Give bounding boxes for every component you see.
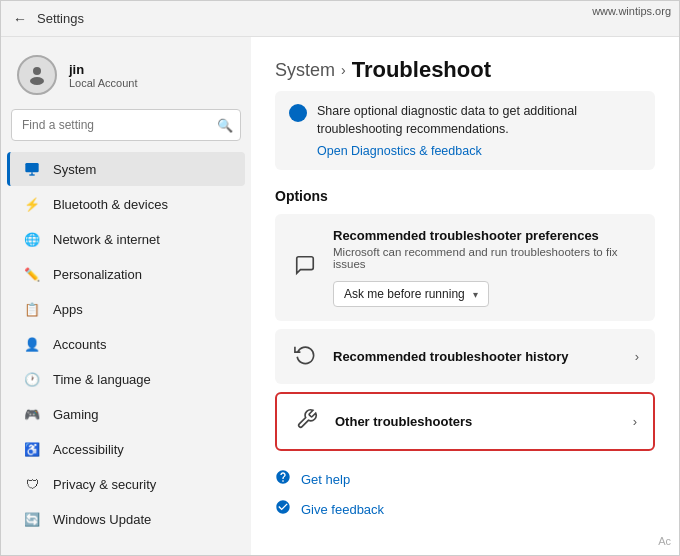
user-name: jin (69, 62, 138, 77)
gaming-icon: 🎮 (23, 405, 41, 423)
svg-point-0 (33, 67, 41, 75)
recommended-history-title: Recommended troubleshooter history (333, 349, 621, 364)
sidebar-item-privacy[interactable]: 🛡 Privacy & security (7, 467, 245, 501)
sidebar-item-accessibility[interactable]: ♿ Accessibility (7, 432, 245, 466)
sidebar-item-windows-update[interactable]: 🔄 Windows Update (7, 502, 245, 536)
sidebar-item-apps[interactable]: 📋 Apps (7, 292, 245, 326)
dropdown-arrow-icon: ▾ (473, 289, 478, 300)
get-help-text: Get help (301, 472, 350, 487)
recommended-prefs-title: Recommended troubleshooter preferences (333, 228, 639, 243)
get-help-link[interactable]: Get help (275, 469, 655, 489)
options-title: Options (275, 188, 655, 204)
other-troubleshooters-icon (293, 408, 321, 435)
give-feedback-link[interactable]: Give feedback (275, 499, 655, 519)
give-feedback-text: Give feedback (301, 502, 384, 517)
bluetooth-icon: ⚡ (23, 195, 41, 213)
dropdown-value: Ask me before running (344, 287, 465, 301)
open-diagnostics-link[interactable]: Open Diagnostics & feedback (317, 144, 641, 158)
sidebar-item-system[interactable]: System (7, 152, 245, 186)
title-bar: ← Settings (1, 1, 679, 37)
breadcrumb: System › Troubleshoot (275, 57, 655, 83)
accounts-icon: 👤 (23, 335, 41, 353)
recommended-prefs-desc: Microsoft can recommend and run troubles… (333, 246, 639, 270)
network-icon: 🌐 (23, 230, 41, 248)
sidebar-label-personalization: Personalization (53, 267, 142, 282)
svg-point-1 (30, 77, 44, 85)
sidebar-label-time: Time & language (53, 372, 151, 387)
back-button[interactable]: ← (13, 11, 27, 27)
sidebar-item-gaming[interactable]: 🎮 Gaming (7, 397, 245, 431)
option-recommended-prefs[interactable]: Recommended troubleshooter preferences M… (275, 214, 655, 321)
footer-links: Get help Give feedback (275, 469, 655, 519)
user-profile[interactable]: jin Local Account (1, 45, 251, 109)
nav-list: System ⚡ Bluetooth & devices 🌐 Network &… (1, 151, 251, 537)
system-icon (23, 160, 41, 178)
recommended-history-content: Recommended troubleshooter history (333, 349, 621, 364)
get-help-icon (275, 469, 291, 489)
sidebar-label-network: Network & internet (53, 232, 160, 247)
option-recommended-history[interactable]: Recommended troubleshooter history › (275, 329, 655, 384)
recommended-history-chevron: › (635, 349, 639, 364)
sidebar-item-bluetooth[interactable]: ⚡ Bluetooth & devices (7, 187, 245, 221)
sidebar-label-accounts: Accounts (53, 337, 106, 352)
sidebar-label-gaming: Gaming (53, 407, 99, 422)
user-type: Local Account (69, 77, 138, 89)
give-feedback-icon (275, 499, 291, 519)
sidebar: jin Local Account 🔍 System ⚡ (1, 37, 251, 555)
search-box: 🔍 (11, 109, 241, 141)
personalization-icon: ✏️ (23, 265, 41, 283)
breadcrumb-separator: › (341, 62, 346, 78)
apps-icon: 📋 (23, 300, 41, 318)
windows-update-icon: 🔄 (23, 510, 41, 528)
other-troubleshooters-title: Other troubleshooters (335, 414, 619, 429)
settings-window: www.wintips.org ← Settings jin Local Acc… (0, 0, 680, 556)
recommended-prefs-content: Recommended troubleshooter preferences M… (333, 228, 639, 307)
sidebar-label-system: System (53, 162, 96, 177)
sidebar-item-personalization[interactable]: ✏️ Personalization (7, 257, 245, 291)
sidebar-label-bluetooth: Bluetooth & devices (53, 197, 168, 212)
user-info: jin Local Account (69, 62, 138, 89)
search-input[interactable] (11, 109, 241, 141)
search-icon[interactable]: 🔍 (217, 118, 233, 133)
info-text-block: Share optional diagnostic data to get ad… (317, 103, 641, 158)
other-troubleshooters-content: Other troubleshooters (335, 414, 619, 429)
recommended-prefs-icon (291, 254, 319, 281)
dropdown-select: Ask me before running ▾ (333, 281, 639, 307)
breadcrumb-current: Troubleshoot (352, 57, 491, 83)
option-other-troubleshooters[interactable]: Other troubleshooters › (275, 392, 655, 451)
sidebar-label-apps: Apps (53, 302, 83, 317)
privacy-icon: 🛡 (23, 475, 41, 493)
accessibility-icon: ♿ (23, 440, 41, 458)
svg-rect-2 (25, 163, 38, 172)
sidebar-label-accessibility: Accessibility (53, 442, 124, 457)
sidebar-label-windows-update: Windows Update (53, 512, 151, 527)
ask-before-running-dropdown[interactable]: Ask me before running ▾ (333, 281, 489, 307)
main-layout: jin Local Account 🔍 System ⚡ (1, 37, 679, 555)
activate-badge: Ac (658, 535, 671, 547)
sidebar-item-time[interactable]: 🕐 Time & language (7, 362, 245, 396)
watermark: www.wintips.org (592, 5, 671, 17)
title-bar-title: Settings (37, 11, 84, 26)
recommended-history-icon (291, 343, 319, 370)
info-banner-text: Share optional diagnostic data to get ad… (317, 103, 641, 138)
content-area: System › Troubleshoot Share optional dia… (251, 37, 679, 555)
other-troubleshooters-chevron: › (633, 414, 637, 429)
sidebar-label-privacy: Privacy & security (53, 477, 156, 492)
time-icon: 🕐 (23, 370, 41, 388)
breadcrumb-parent: System (275, 60, 335, 81)
sidebar-item-network[interactable]: 🌐 Network & internet (7, 222, 245, 256)
avatar (17, 55, 57, 95)
sidebar-item-accounts[interactable]: 👤 Accounts (7, 327, 245, 361)
info-banner: Share optional diagnostic data to get ad… (275, 91, 655, 170)
info-dot (289, 104, 307, 122)
